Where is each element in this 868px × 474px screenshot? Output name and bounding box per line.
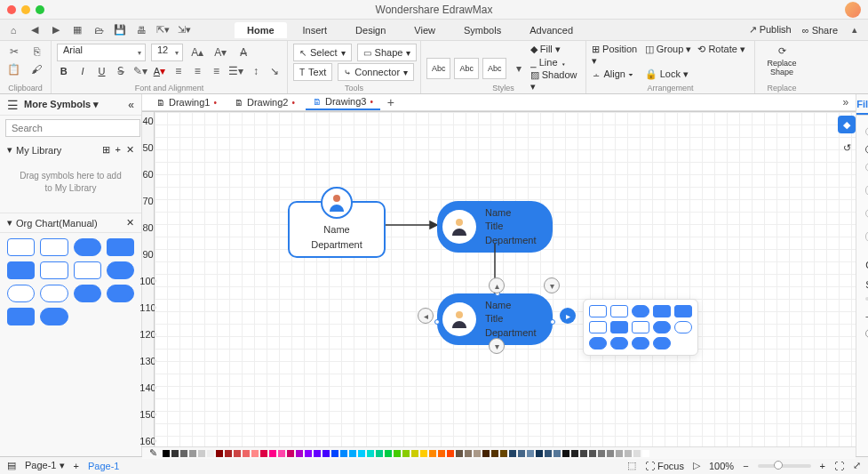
fullscreen-icon[interactable]: ⤢ [853,460,861,471]
more-symbols-btn[interactable]: More Symbols ▾ [24,99,99,110]
close-lib-icon[interactable]: ✕ [126,144,134,156]
bucket-icon[interactable]: ◆ [838,116,856,133]
color-swatch[interactable] [216,450,223,457]
highlight-icon[interactable]: ✎▾ [133,63,147,79]
strike-icon[interactable]: S̶ [114,63,127,79]
color-swatch[interactable] [260,450,267,457]
hamburger-icon[interactable]: ☰ [7,98,19,112]
shape-item[interactable] [7,238,35,256]
doc-tab[interactable]: 🗎 Drawing1• [149,95,224,109]
zoom-in-icon[interactable]: + [820,461,825,471]
maximize-window[interactable] [36,5,44,14]
mini-shape[interactable] [632,305,649,317]
color-swatch[interactable] [625,450,632,457]
focus-btn[interactable]: ⛶ Focus [645,461,684,471]
color-swatch[interactable] [349,450,356,457]
import-icon[interactable]: ⇲▾ [178,24,190,36]
color-swatch[interactable] [269,450,276,457]
tab-insert[interactable]: Insert [291,22,340,38]
color-swatch[interactable] [180,450,187,457]
shape-item[interactable] [7,308,35,325]
zoom-slider[interactable] [758,464,811,468]
shape-item[interactable] [107,238,134,256]
shape-item[interactable] [107,285,134,302]
tab-symbols[interactable]: Symbols [451,22,514,38]
user-avatar[interactable] [845,2,861,18]
pin-icon[interactable]: ⊞ [102,144,110,156]
color-swatch[interactable] [482,450,490,457]
mini-shape[interactable] [610,337,628,349]
color-swatch[interactable] [207,450,214,457]
minimize-window[interactable] [21,5,30,14]
my-library-header[interactable]: ▾My Library ⊞+✕ [7,144,134,156]
color-swatch[interactable] [642,450,649,457]
mini-shape[interactable] [653,337,671,349]
extra-btn[interactable]: ▾ [544,277,560,293]
text-tool[interactable]: T Text [293,63,332,81]
color-swatch[interactable] [385,450,392,457]
color-swatch[interactable] [491,450,498,457]
color-swatch[interactable] [331,450,338,457]
color-swatch[interactable] [500,450,507,457]
fill-dropdown[interactable]: ◆ Fill ▾ [530,44,580,55]
zoom-value[interactable]: 100% [709,461,734,471]
close-tab-icon[interactable]: • [213,98,217,108]
color-swatch[interactable] [358,450,365,457]
lock-btn[interactable]: 🔒 Lock ▾ [645,68,697,80]
shape-item[interactable] [74,238,101,256]
shape-item[interactable] [40,238,68,256]
doc-tab[interactable]: 🗎 Drawing2• [227,95,302,109]
color-swatch[interactable] [367,450,374,457]
style-preset-2[interactable]: Abc [454,58,478,79]
paste-icon[interactable]: 📋 [5,61,23,77]
color-swatch[interactable] [438,450,445,457]
color-swatch[interactable] [163,450,170,457]
color-swatch[interactable] [411,450,418,457]
replace-shape-btn[interactable]: ⟳ Replace Shape [760,44,803,78]
search-input[interactable] [5,119,140,137]
color-swatch[interactable] [225,450,232,457]
color-swatch[interactable] [189,450,196,457]
color-swatch[interactable] [474,450,481,457]
history-icon[interactable]: ↺ [838,139,856,157]
color-swatch[interactable] [251,450,259,457]
shape-tool[interactable]: ▭ Shape ▾ [357,44,418,61]
play-icon[interactable]: ▷ [693,460,700,471]
spacing-icon[interactable]: ↕ [249,63,262,79]
style-preset-1[interactable]: Abc [426,58,450,79]
underline-icon[interactable]: U [95,63,108,79]
position-btn[interactable]: ⊞ Position ▾ [592,44,643,67]
color-swatch[interactable] [580,450,587,457]
select-tool[interactable]: ↖ Select ▾ [293,44,352,61]
collapse-ribbon-icon[interactable]: ▴ [848,24,861,36]
color-swatch[interactable] [633,450,641,457]
dec-font-icon[interactable]: A▾ [211,44,229,60]
org-chart-header[interactable]: ▾Org Chart(Manual) ✕ [7,217,134,229]
color-swatch[interactable] [607,450,614,457]
chevron-right-icon[interactable]: ▶ [50,24,62,36]
shape-item[interactable] [7,261,35,279]
color-swatch[interactable] [562,450,569,457]
mini-shape[interactable] [610,321,628,333]
color-swatch[interactable] [598,450,605,457]
bullets-icon[interactable]: ☰▾ [228,63,243,79]
export-icon[interactable]: ⇱▾ [156,24,169,36]
close-window[interactable] [7,5,16,14]
font-size-select[interactable]: 12▾ [151,44,183,61]
shape-item[interactable] [40,285,68,302]
color-swatch[interactable] [376,450,383,457]
mini-shape[interactable] [653,321,671,333]
color-swatch[interactable] [171,450,179,457]
eyedropper-icon[interactable]: ✎ [149,447,157,459]
add-left-btn[interactable]: ◂ [418,308,434,324]
shape-item[interactable] [107,261,134,279]
style-preset-3[interactable]: Abc [482,58,506,79]
color-swatch[interactable] [198,450,205,457]
add-page-btn[interactable]: + [74,461,79,471]
pages-icon[interactable]: ▤ [7,460,16,471]
mini-shape[interactable] [610,305,628,317]
shape-item[interactable] [40,261,68,279]
color-swatch[interactable] [305,450,312,457]
copy-icon[interactable]: ⎘ [28,44,46,60]
print-icon[interactable]: 🖶 [135,24,147,36]
